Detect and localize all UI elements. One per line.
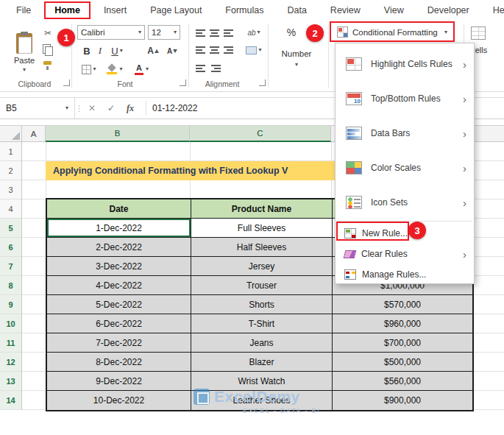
- conditional-formatting-button[interactable]: Conditional Formatting ▾: [333, 24, 452, 40]
- cell-date[interactable]: 2-Dec-2022: [47, 238, 191, 257]
- cell-date[interactable]: 10-Dec-2022: [47, 391, 191, 410]
- font-color-button[interactable]: A ▾: [131, 62, 152, 77]
- group-divider: [268, 24, 269, 88]
- bold-button[interactable]: B: [81, 43, 93, 58]
- fill-color-button[interactable]: ▾: [104, 63, 125, 76]
- cell-product[interactable]: Jersey: [191, 257, 333, 276]
- italic-button[interactable]: I: [94, 43, 106, 58]
- select-all-corner[interactable]: [0, 126, 22, 141]
- cell-date[interactable]: 9-Dec-2022: [47, 372, 191, 391]
- cell-product[interactable]: Trouser: [191, 276, 333, 295]
- cell-amount[interactable]: $500,000: [333, 353, 472, 372]
- cell-date[interactable]: 7-Dec-2022: [47, 333, 191, 353]
- font-size-select[interactable]: 12▾: [148, 25, 180, 40]
- number-format-dropdown[interactable]: ▾: [290, 61, 303, 68]
- cell-date[interactable]: 4-Dec-2022: [47, 276, 191, 295]
- cell-product[interactable]: Shorts: [191, 295, 333, 314]
- decrease-font-button[interactable]: A: [165, 43, 180, 58]
- tab-formulas[interactable]: Formulas: [215, 1, 274, 19]
- column-header-c[interactable]: C: [190, 126, 331, 142]
- row-header-7[interactable]: 7: [0, 257, 21, 276]
- increase-indent-button[interactable]: [210, 62, 221, 74]
- cell-date[interactable]: 5-Dec-2022: [47, 295, 191, 314]
- row-header-4[interactable]: 4: [0, 199, 21, 219]
- align-center-button[interactable]: [208, 43, 220, 55]
- menu-item-color-scales[interactable]: Color Scales: [336, 150, 474, 185]
- cell-date[interactable]: 6-Dec-2022: [47, 314, 191, 333]
- format-painter-button[interactable]: [41, 60, 54, 71]
- merge-center-button[interactable]: ▾: [244, 43, 263, 57]
- align-left-button[interactable]: [194, 43, 206, 55]
- tab-view[interactable]: View: [374, 1, 414, 19]
- row-header-9[interactable]: 9: [0, 295, 21, 314]
- percent-style-button[interactable]: %: [283, 25, 300, 40]
- cells-button[interactable]: [469, 26, 487, 40]
- cancel-entry-button[interactable]: ✕: [82, 103, 102, 113]
- align-right-button[interactable]: [222, 43, 234, 55]
- decrease-indent-button[interactable]: [194, 62, 206, 74]
- tab-help[interactable]: Help: [483, 1, 504, 19]
- confirm-entry-button[interactable]: ✓: [102, 103, 121, 113]
- cell-product[interactable]: Full Sleeves: [191, 219, 333, 238]
- insert-function-button[interactable]: fx: [121, 103, 140, 114]
- tab-review[interactable]: Review: [320, 1, 371, 19]
- formula-bar-value[interactable]: 01-12-2022: [152, 103, 197, 113]
- row-header-2[interactable]: 2: [0, 161, 21, 180]
- copy-button[interactable]: [41, 43, 54, 55]
- number-format-button[interactable]: Number: [272, 48, 321, 60]
- row-header-8[interactable]: 8: [0, 276, 21, 295]
- cell-amount[interactable]: $960,000: [333, 314, 472, 333]
- row-header-3[interactable]: 3: [0, 180, 21, 199]
- menu-item-top-bottom-rules[interactable]: Top/Bottom Rules: [336, 81, 474, 116]
- cell-amount[interactable]: $570,000: [333, 295, 472, 314]
- cut-button[interactable]: ✂: [41, 27, 54, 39]
- font-name-select[interactable]: Calibri▾: [77, 25, 145, 40]
- name-box[interactable]: B5 ▾: [0, 98, 75, 119]
- cell-product[interactable]: T-Shirt: [191, 314, 333, 333]
- paste-button[interactable]: Paste ▾: [9, 24, 40, 82]
- borders-button[interactable]: ▾: [79, 63, 99, 76]
- cell-date[interactable]: 3-Dec-2022: [47, 257, 191, 276]
- column-header-a[interactable]: A: [22, 126, 46, 142]
- cell-b5-selected[interactable]: 1-Dec-2022: [47, 219, 191, 238]
- alignment-dialog-launcher-icon[interactable]: [259, 79, 266, 86]
- row-header-10[interactable]: 10: [0, 314, 21, 333]
- orientation-button[interactable]: ab▾: [246, 26, 262, 39]
- header-product-name[interactable]: Product Name: [191, 199, 333, 219]
- tab-file[interactable]: File: [6, 1, 41, 19]
- tab-data[interactable]: Data: [277, 1, 316, 19]
- row-header-5[interactable]: 5: [0, 219, 21, 238]
- clipboard-dialog-launcher-icon[interactable]: [63, 79, 70, 86]
- row-header-12[interactable]: 12: [0, 353, 21, 372]
- cell-amount[interactable]: $900,000: [333, 391, 472, 410]
- cell-product[interactable]: Half Sleeves: [191, 238, 333, 257]
- tab-page-layout[interactable]: Page Layout: [140, 1, 212, 19]
- increase-font-button[interactable]: A: [146, 43, 160, 58]
- menu-item-manage-rules[interactable]: Manage Rules...: [336, 264, 474, 285]
- cell-amount[interactable]: $560,000: [333, 372, 472, 391]
- cell-product[interactable]: Jeans: [191, 333, 333, 353]
- align-top-button[interactable]: [194, 26, 206, 38]
- cell-product[interactable]: Blazer: [191, 353, 333, 372]
- menu-item-highlight-cells-rules[interactable]: Highlight Cells Rules: [336, 46, 474, 81]
- menu-item-data-bars[interactable]: Data Bars: [336, 116, 474, 150]
- underline-button[interactable]: U▾: [107, 43, 127, 58]
- menu-item-label: Manage Rules...: [362, 269, 426, 280]
- header-date[interactable]: Date: [47, 199, 191, 219]
- column-header-b[interactable]: B: [46, 126, 190, 142]
- tab-home[interactable]: Home: [44, 1, 90, 19]
- menu-item-clear-rules[interactable]: Clear Rules: [336, 244, 474, 264]
- row-header-11[interactable]: 11: [0, 333, 21, 353]
- align-middle-button[interactable]: [208, 26, 220, 38]
- row-header-6[interactable]: 6: [0, 238, 21, 257]
- cell-amount[interactable]: $700,000: [333, 333, 472, 353]
- cell-date[interactable]: 8-Dec-2022: [47, 353, 191, 372]
- align-bottom-button[interactable]: [222, 26, 234, 38]
- tab-insert[interactable]: Insert: [93, 1, 137, 19]
- row-header-13[interactable]: 13: [0, 372, 21, 391]
- menu-item-new-rule[interactable]: New Rule...: [336, 223, 474, 244]
- row-header-1[interactable]: 1: [0, 142, 21, 161]
- tab-developer[interactable]: Developer: [417, 1, 480, 19]
- row-header-14[interactable]: 14: [0, 391, 21, 410]
- menu-item-icon-sets[interactable]: Icon Sets: [336, 185, 474, 219]
